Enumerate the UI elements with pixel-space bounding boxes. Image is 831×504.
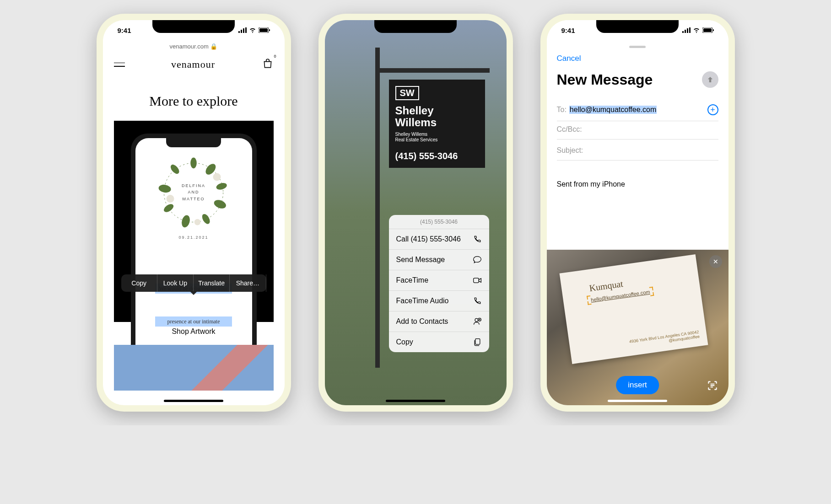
live-text-preview: ✕ Kumquat hello@kumquatcoffee.com 4936 Y…: [547, 250, 728, 405]
insert-button[interactable]: insert: [616, 376, 659, 394]
facetime-action[interactable]: FaceTime: [389, 270, 489, 291]
compose-title: New Message: [557, 71, 653, 88]
status-time: 9:41: [561, 27, 575, 34]
to-value[interactable]: hello@kumquatcoffee.com: [569, 106, 657, 114]
wifi-icon: [693, 27, 700, 33]
svg-point-14: [162, 203, 175, 214]
status-time: 9:41: [118, 27, 131, 34]
add-to-contacts-action[interactable]: Add to Contacts: [389, 311, 489, 332]
phone-icon: [473, 235, 482, 244]
svg-point-10: [216, 182, 228, 191]
battery-icon: [259, 27, 270, 33]
svg-rect-0: [238, 31, 240, 33]
svg-rect-3: [245, 27, 247, 33]
call-action[interactable]: Call (415) 555-3046: [389, 229, 489, 250]
video-icon: [473, 276, 482, 285]
svg-rect-20: [473, 278, 479, 283]
svg-rect-30: [713, 29, 714, 31]
svg-rect-6: [269, 29, 270, 31]
business-card: Kumquat hello@kumquatcoffee.com 4936 Yor…: [559, 254, 708, 364]
wreath-illustration: DELFINA AND MATTEO: [155, 154, 232, 231]
send-button[interactable]: [702, 71, 718, 88]
share-action[interactable]: Share…: [230, 274, 266, 292]
subject-field[interactable]: Subject:: [557, 141, 718, 161]
svg-point-12: [200, 213, 211, 225]
copy-action[interactable]: Copy: [121, 274, 157, 292]
cart-button[interactable]: 0: [262, 58, 274, 71]
close-button[interactable]: ✕: [709, 255, 722, 268]
phone-mockup-safari: 9:41 venamour.com 🔒 venamour 0 More to e…: [97, 14, 291, 412]
notch: [374, 20, 457, 33]
cellular-icon: [682, 27, 691, 33]
lookup-action[interactable]: Look Up: [157, 274, 194, 292]
phone-mockup-mail: 9:41 Cancel New Message To: hello@kumqua…: [540, 14, 735, 412]
home-indicator[interactable]: [386, 400, 445, 402]
svg-point-8: [190, 158, 197, 169]
svg-rect-26: [687, 28, 688, 33]
cart-count: 0: [274, 54, 276, 59]
svg-point-13: [180, 214, 191, 229]
invite-date: 09.21.2021: [178, 235, 208, 240]
svg-rect-29: [703, 28, 712, 32]
svg-rect-2: [243, 28, 244, 33]
wifi-icon: [249, 27, 256, 33]
menu-icon[interactable]: [114, 63, 125, 67]
status-icons: [238, 27, 270, 33]
svg-point-18: [167, 195, 174, 203]
svg-rect-27: [689, 27, 691, 33]
svg-point-21: [475, 318, 478, 322]
svg-point-17: [213, 173, 221, 181]
text-selection-menu: Copy Look Up Translate Share…: [121, 274, 266, 292]
svg-point-15: [158, 184, 172, 193]
product-image[interactable]: [114, 345, 274, 391]
svg-rect-5: [259, 28, 268, 32]
notch: [152, 20, 235, 33]
facetime-audio-action[interactable]: FaceTime Audio: [389, 291, 489, 311]
detected-phone-number[interactable]: (415) 555-3046: [395, 151, 479, 161]
add-recipient-button[interactable]: +: [707, 104, 718, 115]
phone-mockup-camera: SW ShelleyWillems Shelley WillemsReal Es…: [318, 14, 513, 412]
send-message-action[interactable]: Send Message: [389, 250, 489, 270]
message-icon: [473, 255, 482, 264]
status-icons: [682, 27, 714, 33]
site-logo[interactable]: venamour: [171, 59, 215, 70]
svg-rect-23: [475, 339, 480, 345]
notch: [596, 20, 679, 33]
cellular-icon: [238, 27, 247, 33]
battery-icon: [702, 27, 714, 33]
svg-rect-25: [685, 30, 686, 33]
email-body[interactable]: Sent from my iPhone: [557, 180, 625, 188]
svg-rect-24: [682, 31, 684, 33]
phone-icon: [473, 296, 482, 306]
sheet-grabber[interactable]: [629, 46, 646, 48]
selected-text-line[interactable]: presence at our intimate: [155, 316, 232, 327]
lock-icon: 🔒: [210, 43, 217, 50]
cancel-button[interactable]: Cancel: [557, 54, 581, 63]
arrow-up-icon: [706, 75, 714, 84]
home-indicator[interactable]: [608, 400, 667, 402]
copy-icon: [473, 338, 482, 347]
to-field[interactable]: To: hello@kumquatcoffee.com +: [557, 99, 718, 121]
home-indicator[interactable]: [164, 400, 223, 402]
phone-context-menu: (415) 555-3046 Call (415) 555-3046 Send …: [389, 215, 489, 352]
live-text-icon[interactable]: [706, 379, 719, 392]
shop-artwork-link[interactable]: Shop Artwork: [103, 327, 285, 336]
page-headline: More to explore: [103, 93, 285, 109]
svg-rect-1: [241, 30, 242, 33]
translate-action[interactable]: Translate: [194, 274, 230, 292]
url-bar[interactable]: venamour.com 🔒: [103, 43, 285, 50]
svg-point-19: [194, 219, 201, 225]
contact-add-icon: [473, 317, 482, 326]
ccbcc-field[interactable]: Cc/Bcc:: [557, 120, 718, 139]
menu-title: (415) 555-3046: [389, 215, 489, 229]
svg-point-11: [213, 198, 227, 210]
copy-action[interactable]: Copy: [389, 332, 489, 352]
real-estate-sign: SW ShelleyWillems Shelley WillemsReal Es…: [389, 80, 485, 168]
